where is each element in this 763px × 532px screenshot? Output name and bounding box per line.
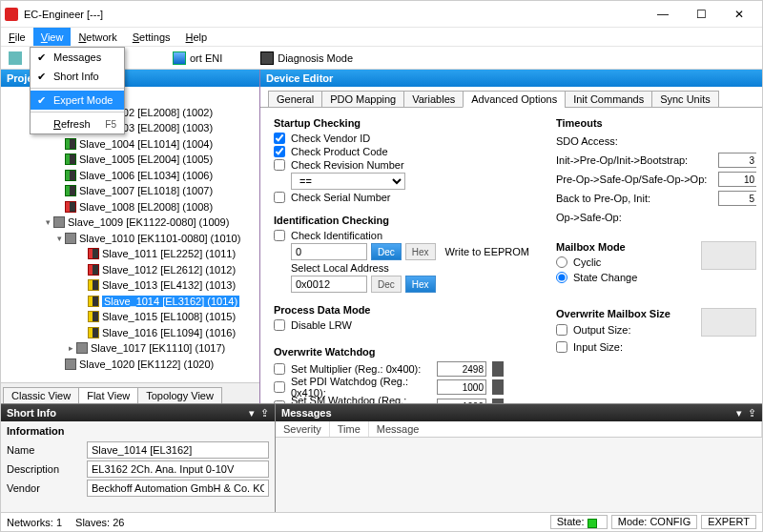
- node-label: Slave_1016 [EL1094] (1016): [102, 327, 236, 338]
- node-label: Slave_1008 [EL2008] (1008): [79, 201, 213, 213]
- col-severity[interactable]: Severity: [276, 421, 330, 437]
- menu-settings[interactable]: Settings: [125, 28, 178, 46]
- chk-revision-number[interactable]: [274, 159, 285, 171]
- diagnosis-mode-button[interactable]: Diagnosis Mode: [257, 50, 357, 67]
- maximize-button[interactable]: ☐: [682, 2, 720, 27]
- local-hex-button[interactable]: Hex: [405, 276, 436, 293]
- tree-node[interactable]: Slave_1016 [EL1094] (1016): [1, 325, 259, 341]
- chk-wdg-pdi[interactable]: [274, 381, 285, 393]
- device-editor-panel: Device Editor General PDO Mapping Variab…: [260, 70, 762, 403]
- node-icon: [65, 153, 76, 165]
- overwrite-watchdog-title: Overwrite Watchdog: [274, 346, 539, 358]
- tree-node[interactable]: Slave_1007 [EL1018] (1007): [1, 183, 259, 199]
- tree-node[interactable]: ▾Slave_1009 [EK1122-0080] (1009): [1, 215, 259, 231]
- pin-icon[interactable]: ⇪: [748, 407, 756, 419]
- wdg-pdi-value[interactable]: [437, 379, 486, 395]
- pin-icon[interactable]: ⇪: [260, 407, 269, 419]
- identification-value-input[interactable]: [291, 243, 367, 260]
- dropdown-icon[interactable]: ▾: [249, 407, 255, 419]
- chk-vendor-id[interactable]: [274, 133, 285, 144]
- minimize-button[interactable]: —: [644, 2, 682, 27]
- menu-expert-mode[interactable]: ✔Expert Mode: [31, 91, 124, 110]
- menu-short-info[interactable]: ✔Short Info: [31, 67, 124, 86]
- timeout-preop-input[interactable]: [718, 172, 756, 187]
- identification-checking-title: Identification Checking: [274, 215, 539, 226]
- information-heading: Information: [7, 425, 269, 437]
- node-icon: [65, 233, 76, 244]
- ident-dec-button[interactable]: Dec: [371, 243, 402, 260]
- menu-file[interactable]: File: [1, 28, 33, 46]
- chk-identification[interactable]: [274, 230, 285, 241]
- radio-cyclic[interactable]: [556, 256, 567, 268]
- tab-topology-view[interactable]: Topology View: [137, 387, 222, 403]
- chk-disable-lrw[interactable]: [274, 319, 285, 331]
- menu-help[interactable]: Help: [178, 28, 216, 46]
- node-icon: [65, 170, 76, 181]
- write-eeprom-link[interactable]: Write to EEPROM: [445, 246, 529, 257]
- local-address-input[interactable]: [291, 276, 367, 293]
- col-time[interactable]: Time: [330, 421, 369, 437]
- menu-bar: File View Network Settings Help: [1, 28, 762, 47]
- radio-state-change[interactable]: [556, 272, 567, 283]
- export-eni-button[interactable]: ort ENI: [169, 50, 226, 67]
- node-label: Slave_1005 [EL2004] (1005): [79, 153, 213, 165]
- messages-columns: Severity Time Message: [276, 421, 762, 438]
- node-label: Slave_1020 [EK1122] (1020): [79, 358, 214, 370]
- tree-node[interactable]: Slave_1015 [EL1008] (1015): [1, 309, 259, 325]
- tree-node[interactable]: Slave_1005 [EL2004] (1005): [1, 152, 259, 168]
- local-dec-button[interactable]: Dec: [371, 276, 402, 293]
- tab-advanced-options[interactable]: Advanced Options: [463, 91, 566, 108]
- tree-node[interactable]: Slave_1020 [EK1122] (1020): [1, 357, 259, 373]
- tree-node[interactable]: Slave_1006 [EL1034] (1006): [1, 168, 259, 184]
- col-message[interactable]: Message: [369, 421, 762, 437]
- status-slaves: Slaves: 26: [75, 517, 124, 528]
- chk-serial-number[interactable]: [274, 192, 285, 203]
- tree-node[interactable]: ▸Slave_1017 [EK1110] (1017): [1, 340, 259, 357]
- timeout-init-input[interactable]: [718, 153, 756, 168]
- tab-init-commands[interactable]: Init Commands: [565, 91, 652, 108]
- menu-view[interactable]: View: [33, 28, 72, 46]
- tree-node[interactable]: Slave_1008 [EL2008] (1008): [1, 199, 259, 215]
- overwrite-mailbox-size-title: Overwrite Mailbox Size: [556, 308, 691, 319]
- spinner-icon[interactable]: [492, 361, 504, 377]
- tab-pdo-mapping[interactable]: PDO Mapping: [321, 91, 404, 108]
- tree-node[interactable]: Slave_1013 [EL4132] (1013): [1, 277, 259, 294]
- node-icon: [65, 201, 76, 213]
- tab-general[interactable]: General: [268, 91, 322, 108]
- dropdown-icon[interactable]: ▾: [736, 407, 742, 419]
- tree-node[interactable]: Slave_1012 [EL2612] (1012): [1, 262, 259, 278]
- chk-output-size[interactable]: [556, 324, 567, 336]
- spinner-icon[interactable]: [492, 379, 504, 395]
- node-label: Slave_1010 [EK1101-0080] (1010): [79, 233, 240, 244]
- info-name-input[interactable]: [87, 441, 269, 459]
- node-label: Slave_1004 [EL1014] (1004): [79, 138, 213, 150]
- tab-variables[interactable]: Variables: [403, 91, 464, 108]
- mailbox-mode-button[interactable]: [701, 241, 756, 270]
- tree-node[interactable]: Slave_1011 [EL2252] (1011): [1, 246, 259, 262]
- menu-network[interactable]: Network: [71, 28, 124, 46]
- toolbar-btn-1[interactable]: [5, 50, 26, 67]
- mailbox-size-button[interactable]: [701, 308, 756, 337]
- tab-sync-units[interactable]: Sync Units: [651, 91, 719, 108]
- node-label: Slave_1017 [EK1110] (1017): [91, 342, 225, 354]
- info-vendor-input[interactable]: [87, 480, 269, 497]
- ident-hex-button[interactable]: Hex: [405, 243, 436, 260]
- wdg-multiplier-value[interactable]: [437, 361, 486, 377]
- menu-messages[interactable]: ✔Messages: [31, 48, 124, 67]
- tab-flat-view[interactable]: Flat View: [78, 387, 138, 403]
- chk-input-size[interactable]: [556, 341, 567, 353]
- status-bar: Networks: 1 Slaves: 26 State: Mode: CONF…: [1, 512, 762, 531]
- timeout-back-input[interactable]: [718, 191, 756, 206]
- revision-operator-select[interactable]: ==: [291, 173, 405, 190]
- menu-refresh[interactable]: RefreshF5: [31, 114, 124, 133]
- close-button[interactable]: ✕: [720, 2, 758, 27]
- select-local-label: Select Local Address: [291, 262, 389, 274]
- info-description-input[interactable]: [87, 460, 269, 478]
- messages-header: Messages ▾⇪: [276, 404, 762, 421]
- tree-node[interactable]: ▾Slave_1010 [EK1101-0080] (1010): [1, 231, 259, 247]
- chk-product-code[interactable]: [274, 146, 285, 157]
- chk-wdg-multiplier[interactable]: [274, 363, 285, 375]
- tree-node[interactable]: Slave_1004 [EL1014] (1004): [1, 136, 259, 153]
- tab-classic-view[interactable]: Classic View: [3, 387, 79, 403]
- tree-node[interactable]: Slave_1014 [EL3162] (1014): [1, 294, 259, 310]
